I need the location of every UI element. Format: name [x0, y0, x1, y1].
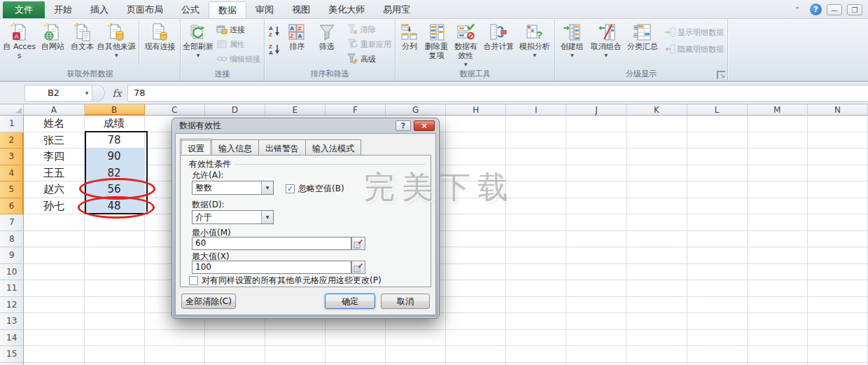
cell-J4[interactable] [566, 165, 626, 182]
cell-B14[interactable] [85, 330, 145, 347]
subtotal-button[interactable]: 分类汇总 [624, 20, 661, 68]
cell-C15[interactable] [145, 346, 205, 363]
cell-I2[interactable] [506, 132, 566, 149]
cell-A12[interactable] [24, 297, 84, 314]
cell-L10[interactable] [687, 264, 748, 281]
cell-G14[interactable] [386, 330, 446, 347]
row-header-1[interactable]: 1 [0, 116, 24, 132]
cell-I8[interactable] [506, 231, 566, 248]
cell-H14[interactable] [446, 330, 506, 347]
cell-N4[interactable] [808, 165, 868, 182]
remove-duplicates-button[interactable]: 删除重复项 [423, 20, 451, 68]
cell-M11[interactable] [748, 280, 808, 297]
cell-B2[interactable]: 78 [85, 132, 145, 149]
tab-wps-beautify[interactable]: 美化大师 [319, 1, 374, 18]
cell-D15[interactable] [205, 346, 265, 363]
clear-all-button[interactable]: 全部清除(C) [181, 294, 236, 309]
row-header-5[interactable]: 5 [0, 181, 24, 198]
cell-I3[interactable] [506, 149, 566, 165]
cell-J1[interactable] [566, 116, 626, 132]
cell-N3[interactable] [808, 149, 868, 165]
ungroup-button[interactable]: 取消组合 ▼ [588, 20, 624, 68]
cell-H2[interactable] [446, 132, 506, 149]
column-header-A[interactable]: A [24, 104, 84, 116]
row-header-13[interactable]: 13 [0, 313, 24, 330]
cell-A1[interactable]: 姓名 [24, 116, 84, 132]
row-header-14[interactable]: 14 [0, 330, 24, 347]
cell-G15[interactable] [386, 346, 446, 363]
cell-I15[interactable] [506, 346, 566, 363]
sort-ascending-button[interactable]: AZ [266, 25, 283, 37]
cell-J10[interactable] [566, 264, 626, 281]
cell-K5[interactable] [627, 181, 687, 198]
cell-I6[interactable] [506, 198, 566, 215]
cell-L7[interactable] [687, 214, 748, 231]
cell-M14[interactable] [748, 330, 808, 347]
cell-K10[interactable] [626, 264, 687, 281]
cell-K2[interactable] [627, 132, 687, 149]
help-icon[interactable]: ? [810, 4, 822, 15]
tab-view[interactable]: 视图 [283, 1, 319, 18]
consolidate-button[interactable]: 合并计算 [481, 20, 517, 68]
cell-L6[interactable] [687, 198, 748, 215]
row-header-12[interactable]: 12 [0, 297, 24, 314]
what-if-analysis-button[interactable]: ? 模拟分析 ▼ [517, 20, 553, 68]
cell-G16[interactable] [386, 363, 446, 365]
cell-N6[interactable] [808, 198, 868, 215]
data-dropdown[interactable]: 介于 ▼ [192, 210, 274, 224]
tab-file[interactable]: 文件 [3, 1, 45, 18]
cell-I11[interactable] [506, 280, 566, 297]
cell-C14[interactable] [145, 330, 205, 347]
dialog-close-icon[interactable]: × [414, 120, 435, 131]
cell-I14[interactable] [506, 330, 566, 347]
cell-A4[interactable]: 王五 [24, 165, 84, 182]
cell-B4[interactable]: 82 [85, 165, 145, 182]
cell-I7[interactable] [506, 214, 566, 231]
cell-B15[interactable] [85, 346, 145, 363]
cell-B5[interactable]: 56 [85, 181, 145, 198]
allow-dropdown[interactable]: 整数 ▼ [192, 181, 274, 195]
text-to-columns-button[interactable]: 分列 [397, 20, 423, 68]
row-header-10[interactable]: 10 [0, 264, 24, 281]
cell-N1[interactable] [808, 116, 868, 132]
dialog-title-bar[interactable]: 数据有效性 ? × [172, 118, 439, 133]
cell-I9[interactable] [506, 247, 566, 264]
cell-J13[interactable] [566, 313, 626, 330]
existing-connections-button[interactable]: 现有连接 [141, 20, 178, 68]
connections-button[interactable]: 连接 [214, 23, 262, 36]
cell-A5[interactable]: 赵六 [24, 181, 84, 198]
cell-I5[interactable] [506, 181, 566, 198]
checkbox-unchecked-icon[interactable] [189, 276, 198, 285]
cell-N11[interactable] [808, 280, 868, 297]
column-header-D[interactable]: D [205, 104, 265, 116]
cell-L5[interactable] [687, 181, 748, 198]
cell-H7[interactable] [446, 214, 506, 231]
cell-F16[interactable] [326, 363, 386, 365]
ignore-blank-checkbox[interactable]: ✓ 忽略空值(B) [286, 183, 344, 195]
cell-L11[interactable] [687, 280, 748, 297]
filter-button[interactable]: 筛选 [312, 20, 342, 68]
cell-A8[interactable] [24, 231, 84, 248]
restore-icon[interactable]: ❐ [847, 4, 862, 15]
cell-J14[interactable] [566, 330, 626, 347]
cell-K9[interactable] [626, 247, 687, 264]
cell-A15[interactable] [24, 346, 84, 363]
name-box[interactable]: B2 ▼ [24, 85, 92, 102]
cell-A7[interactable] [24, 214, 84, 231]
cell-B16[interactable] [85, 363, 145, 365]
cell-A13[interactable] [24, 313, 84, 330]
cell-M2[interactable] [748, 132, 808, 149]
cell-M3[interactable] [748, 149, 808, 165]
cell-I10[interactable] [506, 264, 566, 281]
cell-J7[interactable] [566, 214, 626, 231]
from-text-button[interactable]: 自文本 [69, 20, 97, 68]
chevron-down-icon[interactable]: ▼ [261, 181, 273, 194]
select-all-button[interactable] [0, 104, 24, 116]
cell-H4[interactable] [446, 165, 506, 182]
cell-H5[interactable] [446, 181, 506, 198]
cell-H9[interactable] [446, 247, 506, 264]
cell-B13[interactable] [85, 313, 145, 330]
cell-M5[interactable] [748, 181, 808, 198]
cell-K4[interactable] [627, 165, 687, 182]
cell-A16[interactable] [24, 363, 84, 365]
